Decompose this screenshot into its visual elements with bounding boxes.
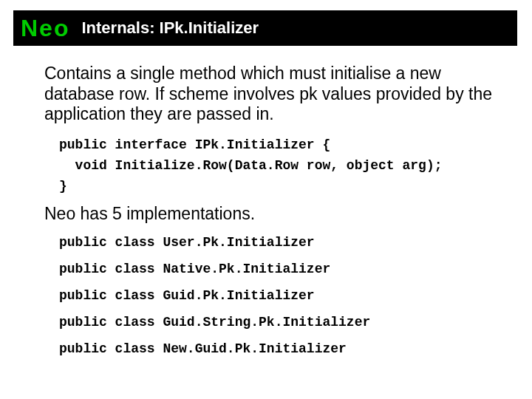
slide-body: Contains a single method which must init…: [44, 64, 495, 368]
intro-paragraph: Contains a single method which must init…: [44, 64, 495, 125]
mid-paragraph: Neo has 5 implementations.: [44, 204, 495, 225]
slide-title: Internals: IPk.Initializer: [81, 18, 259, 38]
list-item: public class New.Guid.Pk.Initializer: [59, 341, 495, 356]
list-item: public class User.Pk.Initializer: [59, 235, 495, 250]
code-line: public interface IPk.Initializer {: [59, 135, 495, 156]
list-item: public class Native.Pk.Initializer: [59, 262, 495, 276]
code-line: }: [59, 177, 495, 197]
code-block: public interface IPk.Initializer { void …: [59, 135, 495, 197]
list-item: public class Guid.String.Pk.Initializer: [59, 315, 495, 330]
list-item: public class Guid.Pk.Initializer: [59, 288, 495, 303]
code-line: void Initialize.Row(Data.Row row, object…: [59, 156, 495, 177]
implementation-list: public class User.Pk.Initializer public …: [59, 235, 495, 356]
slide: Neo Internals: IPk.Initializer Contains …: [0, 0, 532, 399]
logo: Neo: [13, 15, 81, 42]
title-bar: Neo Internals: IPk.Initializer: [13, 10, 517, 46]
